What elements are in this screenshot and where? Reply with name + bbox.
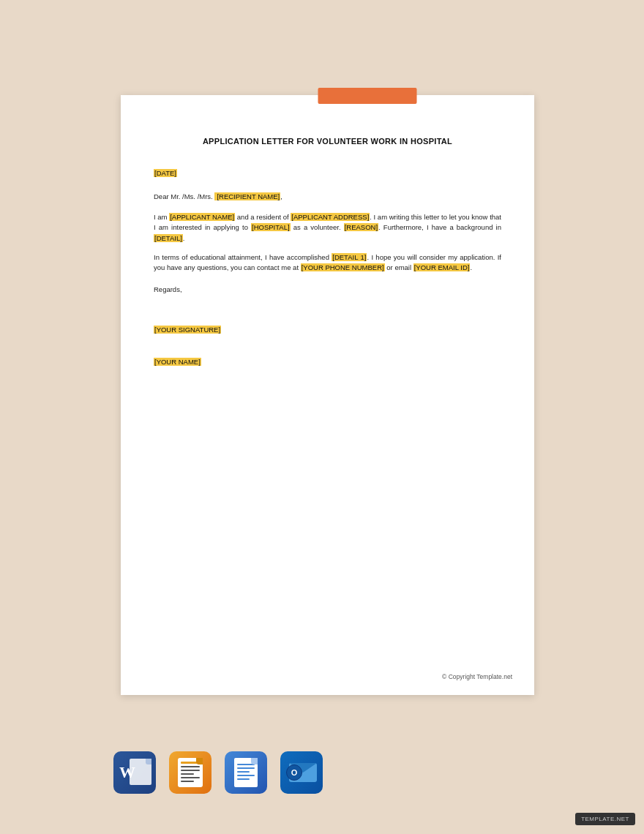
regards-line: Regards, xyxy=(154,285,501,295)
name-block: [YOUR NAME] xyxy=(154,357,501,367)
salutation-text: Dear Mr. /Ms. /Mrs. xyxy=(154,192,213,200)
applicant-name-placeholder: [APPLICANT NAME] xyxy=(169,213,235,221)
salutation: Dear Mr. /Ms. /Mrs. [RECIPIENT NAME], xyxy=(154,192,501,202)
word-app-icon[interactable]: W xyxy=(113,751,156,794)
app-icons-row: W xyxy=(113,751,323,794)
email-placeholder: [YOUR EMAIL ID] xyxy=(413,263,471,271)
pages-doc xyxy=(178,758,203,787)
docs-line-3 xyxy=(237,771,250,773)
para1-mid3: as a volunteer. xyxy=(291,223,344,231)
para1-mid4: . Furthermore, I have a background in xyxy=(378,223,501,231)
reason-placeholder: [REASON] xyxy=(344,223,378,231)
name-placeholder: [YOUR NAME] xyxy=(154,358,201,366)
phone-placeholder: [YOUR PHONE NUMBER] xyxy=(301,263,385,271)
paragraph-2: In terms of educational attainment, I ha… xyxy=(154,252,501,274)
paragraph-1: I am [APPLICANT NAME] and a resident of … xyxy=(154,212,501,244)
detail-placeholder: [DETAIL] xyxy=(154,234,183,242)
pages-line-1 xyxy=(181,762,200,764)
para2-before-detail1: In terms of educational attainment, I ha… xyxy=(154,253,332,261)
para2-mid2: or email xyxy=(385,263,413,271)
signature-placeholder: [YOUR SIGNATURE] xyxy=(154,326,221,334)
docs-app-icon[interactable] xyxy=(225,751,267,794)
docs-line-5 xyxy=(237,778,250,780)
pages-app-icon[interactable] xyxy=(169,751,211,794)
detail1-placeholder: [DETAIL 1] xyxy=(332,253,367,261)
letter-title: APPLICATION LETTER FOR VOLUNTEER WORK IN… xyxy=(154,135,501,148)
outlook-envelope: O xyxy=(286,761,317,784)
applicant-address-placeholder: [APPLICANT ADDRESS] xyxy=(291,213,370,221)
word-w-letter: W xyxy=(119,763,135,782)
docs-line-4 xyxy=(237,775,255,776)
page-background: APPLICATION LETTER FOR VOLUNTEER WORK IN… xyxy=(0,0,644,834)
date-line: [DATE] xyxy=(154,168,501,179)
outlook-app-icon[interactable]: O xyxy=(280,751,323,794)
pages-line-4 xyxy=(181,773,194,775)
para1-before-name: I am xyxy=(154,213,169,221)
pages-line-5 xyxy=(181,777,200,778)
orange-tab[interactable] xyxy=(318,88,416,104)
signature-block: [YOUR SIGNATURE] xyxy=(154,325,501,335)
docs-line-1 xyxy=(237,764,255,765)
document-page: APPLICATION LETTER FOR VOLUNTEER WORK IN… xyxy=(121,95,534,695)
date-placeholder: [DATE] xyxy=(154,169,177,177)
docs-doc xyxy=(234,758,258,787)
hospital-placeholder: [HOSPITAL] xyxy=(251,223,291,231)
docs-line-2 xyxy=(237,767,255,769)
copyright-text: © Copyright Template.net xyxy=(442,673,512,680)
letter-content: APPLICATION LETTER FOR VOLUNTEER WORK IN… xyxy=(121,95,534,404)
para1-mid1: and a resident of xyxy=(235,213,291,221)
pages-line-2 xyxy=(181,766,200,767)
template-badge: TEMPLATE.NET xyxy=(575,813,635,825)
pages-line-6 xyxy=(181,781,194,782)
pages-line-3 xyxy=(181,770,200,771)
